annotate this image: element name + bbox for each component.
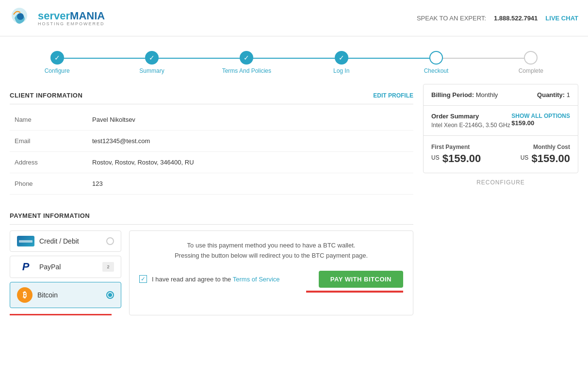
first-payment-amount: US $159.00 — [431, 152, 481, 165]
credit-radio[interactable] — [106, 237, 114, 245]
step-label-login: Log In — [333, 67, 349, 74]
payment-method-credit[interactable]: Credit / Debit — [10, 230, 121, 252]
payment-section: PAYMENT INFORMATION Credit / Debit — [10, 204, 413, 315]
step-line-terms — [246, 58, 341, 59]
payment-method-bitcoin-left: ₿ Bitcoin — [17, 287, 58, 303]
step-circle-checkout — [429, 51, 443, 65]
pay-button-underline — [306, 291, 403, 293]
terms-text: I have read and agree to the Terms of Se… — [152, 276, 280, 283]
speak-label: SPEAK TO AN EXPERT: — [417, 15, 486, 22]
payment-title: PAYMENT INFORMATION — [10, 204, 413, 225]
bitcoin-label: Bitcoin — [37, 291, 58, 299]
field-value-name: Pavel Nikoltsev — [87, 109, 413, 131]
bitcoin-icon: ₿ — [17, 287, 33, 303]
order-box: Billing Period: Monthly Quantity: 1 Orde… — [423, 84, 578, 173]
step-checkout[interactable]: Checkout — [389, 51, 483, 74]
step-configure[interactable]: ✓ Configure — [10, 51, 104, 74]
bitcoin-underline — [10, 314, 112, 315]
progress-bar: ✓ Configure ✓ Summary ✓ Terms And Polici… — [0, 36, 588, 79]
table-row: Name Pavel Nikoltsev — [10, 109, 413, 131]
order-summary-label: Order Summary — [431, 113, 510, 120]
live-chat-button[interactable]: LIVE CHAT — [545, 15, 578, 22]
logo-subtitle: HOSTING EMPOWERED — [38, 21, 105, 26]
bitcoin-radio[interactable] — [106, 291, 114, 299]
monthly-cost-label: Monthly Cost — [533, 144, 570, 150]
order-summary-left: Order Summary Intel Xeon E-2146G, 3.50 G… — [431, 113, 510, 129]
check-icon: ✓ — [141, 276, 146, 282]
step-line-configure — [57, 58, 152, 59]
billing-period: Billing Period: Monthly — [431, 91, 498, 98]
field-value-phone: 123 — [87, 173, 413, 195]
product-name: Intel Xeon E-2146G, 3.50 GHz — [431, 122, 510, 129]
radio-inner — [108, 293, 112, 297]
step-login[interactable]: ✓ Log In — [294, 51, 389, 74]
field-label-email: Email — [10, 131, 87, 152]
bitcoin-payment-area: To use this payment method you need to h… — [129, 230, 413, 315]
btc-message: To use this payment method you need to h… — [139, 241, 403, 261]
step-terms[interactable]: ✓ Terms And Policies — [199, 51, 294, 74]
step-circle-summary: ✓ — [145, 51, 159, 65]
pay-with-bitcoin-button[interactable]: PAY WITH BITCOIN — [319, 271, 403, 288]
right-panel: Billing Period: Monthly Quantity: 1 Orde… — [423, 84, 578, 315]
reconfigure-button[interactable]: RECONFIGURE — [423, 173, 578, 192]
client-info-table: Name Pavel Nikoltsev Email test12345@tes… — [10, 109, 413, 195]
field-value-email: test12345@test.com — [87, 131, 413, 152]
monthly-cost-amount: US $159.00 — [521, 152, 570, 165]
logo-icon — [10, 6, 34, 30]
field-label-address: Address — [10, 152, 87, 173]
terms-checkbox[interactable]: ✓ — [139, 275, 147, 283]
paypal-badge: 2 — [102, 262, 114, 272]
payment-actions-row: ✓ I have read and agree to the Terms of … — [139, 271, 403, 288]
step-label-terms: Terms And Policies — [222, 67, 271, 74]
first-payment-label: First Payment — [431, 144, 481, 150]
header-contact: SPEAK TO AN EXPERT: 1.888.522.7941 LIVE … — [417, 15, 578, 22]
client-info-title: CLIENT INFORMATION — [10, 92, 82, 99]
edit-profile-button[interactable]: EDIT PROFILE — [373, 92, 413, 99]
product-price: $159.00 — [511, 119, 570, 127]
step-circle-terms: ✓ — [240, 51, 253, 65]
check-icon: ✓ — [244, 54, 249, 62]
terms-text-content: I have read and agree to the — [152, 276, 231, 283]
table-row: Email test12345@test.com — [10, 131, 413, 152]
step-line-login — [342, 58, 436, 59]
first-payment-currency: US — [431, 154, 440, 161]
order-summary-row: Order Summary Intel Xeon E-2146G, 3.50 G… — [424, 106, 578, 136]
quantity-label: Quantity: — [537, 91, 565, 98]
step-line-summary — [152, 58, 246, 59]
header: serverMANIA HOSTING EMPOWERED SPEAK TO A… — [0, 0, 588, 36]
step-circle-complete — [524, 51, 538, 65]
left-panel: CLIENT INFORMATION EDIT PROFILE Name Pav… — [10, 84, 413, 315]
field-value-address: Rostov, Rostov, Rostov, 346400, RU — [87, 152, 413, 173]
payment-method-paypal-left: P PayPal — [17, 261, 61, 273]
first-payment-col: First Payment US $159.00 — [431, 144, 481, 165]
step-summary[interactable]: ✓ Summary — [104, 51, 199, 74]
main-content: CLIENT INFORMATION EDIT PROFILE Name Pav… — [0, 79, 588, 325]
terms-row: ✓ I have read and agree to the Terms of … — [139, 275, 280, 283]
paypal-label: PayPal — [39, 263, 61, 271]
step-complete: Complete — [484, 51, 578, 74]
quantity: Quantity: 1 — [537, 91, 570, 98]
quantity-value: 1 — [567, 91, 570, 98]
field-label-phone: Phone — [10, 173, 87, 195]
credit-label: Credit / Debit — [39, 237, 79, 245]
paypal-icon: P — [17, 261, 34, 273]
step-label-checkout: Checkout — [424, 67, 449, 74]
payment-method-credit-left: Credit / Debit — [17, 236, 79, 246]
payment-method-paypal[interactable]: P PayPal 2 — [10, 256, 121, 278]
logo: serverMANIA HOSTING EMPOWERED — [10, 6, 105, 30]
step-circle-login: ✓ — [335, 51, 348, 65]
table-row: Address Rostov, Rostov, Rostov, 346400, … — [10, 152, 413, 173]
phone-number: 1.888.522.7941 — [494, 15, 538, 22]
step-label-complete: Complete — [519, 67, 543, 74]
terms-of-service-link[interactable]: Terms of Service — [233, 276, 280, 283]
order-top-row: Billing Period: Monthly Quantity: 1 — [424, 84, 578, 106]
client-info-header: CLIENT INFORMATION EDIT PROFILE — [10, 84, 413, 104]
check-icon: ✓ — [339, 54, 344, 62]
logo-name: serverMANIA — [38, 10, 105, 22]
first-payment-value: $159.00 — [442, 152, 481, 164]
check-icon: ✓ — [149, 54, 155, 62]
table-row: Phone 123 — [10, 173, 413, 195]
btc-message-line1: To use this payment method you need to h… — [187, 242, 356, 249]
show-options-button[interactable]: SHOW ALL OPTIONS — [511, 113, 570, 119]
payment-method-bitcoin[interactable]: ₿ Bitcoin — [10, 282, 121, 308]
